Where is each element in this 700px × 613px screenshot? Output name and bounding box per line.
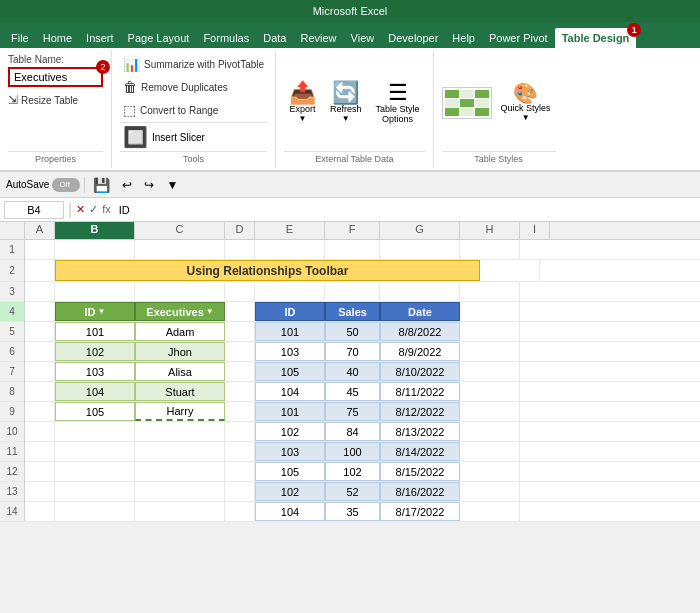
cell-i10[interactable]	[520, 422, 550, 441]
cell-h5[interactable]	[460, 322, 520, 341]
cell-d4[interactable]	[225, 302, 255, 321]
cell-i6[interactable]	[520, 342, 550, 361]
cell-f10[interactable]: 84	[325, 422, 380, 441]
cell-a4[interactable]	[25, 302, 55, 321]
export-btn[interactable]: 📤 Export ▼	[284, 79, 321, 126]
row-header-6[interactable]: 6	[0, 342, 24, 362]
cell-i12[interactable]	[520, 462, 550, 481]
cell-g13[interactable]: 8/16/2022	[380, 482, 460, 501]
cell-g7[interactable]: 8/10/2022	[380, 362, 460, 381]
cell-c10[interactable]	[135, 422, 225, 441]
cell-f3[interactable]	[325, 282, 380, 301]
cell-c3[interactable]	[135, 282, 225, 301]
col-header-h[interactable]: H	[460, 222, 520, 239]
cell-f6[interactable]: 70	[325, 342, 380, 361]
cell-a8[interactable]	[25, 382, 55, 401]
cell-d11[interactable]	[225, 442, 255, 461]
cell-g8[interactable]: 8/11/2022	[380, 382, 460, 401]
cell-e13[interactable]: 102	[255, 482, 325, 501]
cell-c11[interactable]	[135, 442, 225, 461]
cell-e5[interactable]: 101	[255, 322, 325, 341]
cell-h3[interactable]	[460, 282, 520, 301]
cell-h2[interactable]	[480, 260, 540, 281]
cell-b7[interactable]: 103	[55, 362, 135, 381]
cell-h12[interactable]	[460, 462, 520, 481]
cell-f14[interactable]: 35	[325, 502, 380, 521]
tab-formulas[interactable]: Formulas	[196, 28, 256, 48]
cell-h11[interactable]	[460, 442, 520, 461]
cell-c9[interactable]: Harry	[135, 402, 225, 421]
cell-g3[interactable]	[380, 282, 460, 301]
save-btn[interactable]: 💾	[89, 175, 114, 195]
row-header-3[interactable]: 3	[0, 282, 24, 302]
cell-b4-header[interactable]: ID ▼	[55, 302, 135, 321]
cell-i11[interactable]	[520, 442, 550, 461]
col-header-e[interactable]: E	[255, 222, 325, 239]
cell-b1[interactable]	[55, 240, 135, 259]
cell-f13[interactable]: 52	[325, 482, 380, 501]
cell-i7[interactable]	[520, 362, 550, 381]
formula-content[interactable]: ID	[115, 202, 696, 218]
cell-i9[interactable]	[520, 402, 550, 421]
col-header-g[interactable]: G	[380, 222, 460, 239]
cell-a14[interactable]	[25, 502, 55, 521]
cell-g4-header[interactable]: Date	[380, 302, 460, 321]
tab-help[interactable]: Help	[445, 28, 482, 48]
cell-b5[interactable]: 101	[55, 322, 135, 341]
row-header-12[interactable]: 12	[0, 462, 24, 482]
cell-a7[interactable]	[25, 362, 55, 381]
cell-e12[interactable]: 105	[255, 462, 325, 481]
cell-c13[interactable]	[135, 482, 225, 501]
cell-c5[interactable]: Adam	[135, 322, 225, 341]
quick-styles-btn[interactable]: 🎨 Quick Styles ▼	[496, 80, 556, 125]
tab-data[interactable]: Data	[256, 28, 293, 48]
confirm-formula-btn[interactable]: ✓	[89, 203, 98, 216]
cell-i4[interactable]	[520, 302, 550, 321]
cell-b9[interactable]: 105	[55, 402, 135, 421]
cell-b12[interactable]	[55, 462, 135, 481]
cell-b13[interactable]	[55, 482, 135, 501]
cell-f11[interactable]: 100	[325, 442, 380, 461]
col-header-b[interactable]: B	[55, 222, 135, 239]
cell-a13[interactable]	[25, 482, 55, 501]
cell-a12[interactable]	[25, 462, 55, 481]
cell-g14[interactable]: 8/17/2022	[380, 502, 460, 521]
tab-table-design[interactable]: Table Design 1	[555, 28, 637, 48]
insert-function-btn[interactable]: fx	[102, 203, 111, 216]
cell-f4-header[interactable]: Sales	[325, 302, 380, 321]
cell-g6[interactable]: 8/9/2022	[380, 342, 460, 361]
cell-b10[interactable]	[55, 422, 135, 441]
cell-e11[interactable]: 103	[255, 442, 325, 461]
cell-h4[interactable]	[460, 302, 520, 321]
row-header-10[interactable]: 10	[0, 422, 24, 442]
cell-f12[interactable]: 102	[325, 462, 380, 481]
title-cell[interactable]: Using Relationships Toolbar	[55, 260, 480, 281]
cell-a2[interactable]	[25, 260, 55, 281]
cell-c1[interactable]	[135, 240, 225, 259]
row-header-9[interactable]: 9	[0, 402, 24, 422]
row-header-13[interactable]: 13	[0, 482, 24, 502]
cell-d13[interactable]	[225, 482, 255, 501]
cell-a9[interactable]	[25, 402, 55, 421]
cell-a10[interactable]	[25, 422, 55, 441]
customize-btn[interactable]: ▼	[162, 176, 182, 194]
table-styles-grid[interactable]	[442, 87, 492, 119]
cell-ref[interactable]: B4	[4, 201, 64, 219]
autosave-switch[interactable]: Off	[52, 178, 80, 192]
cell-a11[interactable]	[25, 442, 55, 461]
cell-f5[interactable]: 50	[325, 322, 380, 341]
tab-review[interactable]: Review	[293, 28, 343, 48]
cell-i2[interactable]	[540, 260, 570, 281]
cell-h1[interactable]	[460, 240, 520, 259]
refresh-btn[interactable]: 🔄 Refresh ▼	[325, 79, 367, 126]
tab-file[interactable]: File	[4, 28, 36, 48]
cell-e8[interactable]: 104	[255, 382, 325, 401]
cell-h13[interactable]	[460, 482, 520, 501]
cell-d10[interactable]	[225, 422, 255, 441]
cell-i5[interactable]	[520, 322, 550, 341]
cell-d3[interactable]	[225, 282, 255, 301]
cell-h8[interactable]	[460, 382, 520, 401]
cell-a6[interactable]	[25, 342, 55, 361]
cell-e14[interactable]: 104	[255, 502, 325, 521]
cell-b14[interactable]	[55, 502, 135, 521]
